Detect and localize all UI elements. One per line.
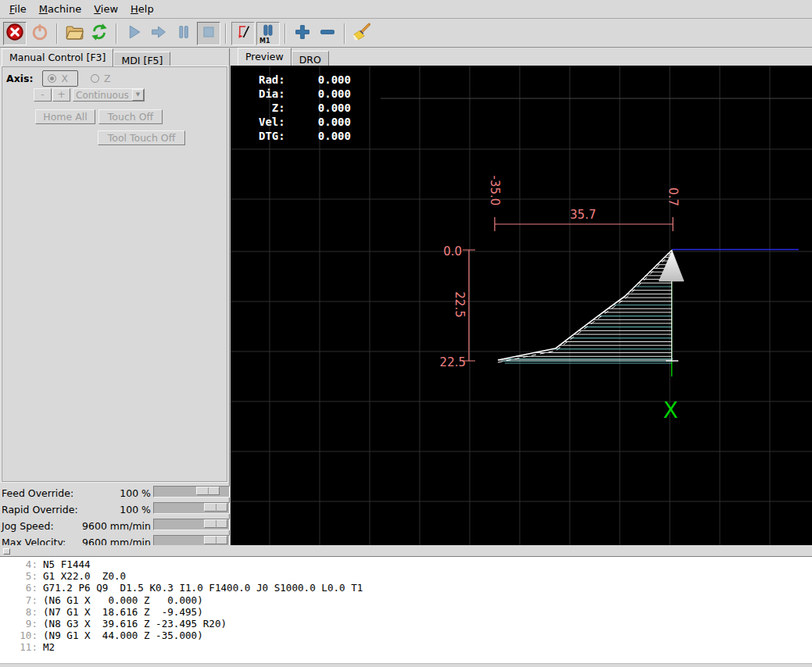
touch-off-button[interactable]: Touch Off (98, 109, 163, 124)
stop-button[interactable] (197, 22, 220, 45)
line-number: 10: (0, 630, 38, 641)
toggle-optional-pause-button[interactable]: M1 (256, 22, 280, 45)
chevron-down-icon[interactable]: ▼ (132, 89, 144, 101)
dimension-labels: 35.7 -35.0 0.7 22.5 0.0 22.5 (440, 176, 680, 369)
line-code: (N8 G3 X 39.616 Z -23.495 R20) (43, 618, 227, 630)
gcode-line[interactable]: 6:G71.2 P6 Q9 D1.5 K0.3 I1.0 F1400.0 J0 … (0, 582, 812, 594)
jog-mode-value: Continuous (73, 90, 132, 101)
gcode-line[interactable]: 11:M2 (0, 641, 812, 653)
slider-handle[interactable] (196, 487, 220, 495)
reload-file-button[interactable] (88, 22, 111, 45)
gcode-listing[interactable]: 4:N5 F1444 5:G1 X22.0 Z0.0 6:G71.2 P6 Q9… (0, 557, 812, 664)
jog-speed-label: Jog Speed: (2, 520, 54, 532)
menu-bar: File Machine View Help (0, 0, 812, 19)
estop-button[interactable] (3, 22, 27, 45)
feed-override-value: 100 % (120, 487, 151, 499)
zoom-out-icon (317, 22, 338, 45)
dro-rad-label: Rad: (259, 73, 285, 87)
brush-icon (352, 22, 372, 45)
slider-handle[interactable] (204, 536, 227, 544)
line-code: (N9 G1 X 44.000 Z -35.000) (43, 630, 203, 641)
radio-icon (48, 74, 56, 83)
slider-handle[interactable] (204, 519, 227, 528)
gcode-line[interactable]: 5:G1 X22.0 Z0.0 (0, 570, 812, 582)
override-sliders: Feed Override: 100 % Rapid Override: 100… (0, 484, 229, 550)
machine-power-button[interactable] (28, 22, 52, 45)
toggle-skip-lines-button[interactable] (231, 22, 255, 45)
line-code: G1 X22.0 Z0.0 (43, 570, 126, 582)
tab-manual-control[interactable]: Manual Control [F3] (2, 48, 113, 66)
toolbar-separator (116, 23, 117, 44)
zoom-out-button[interactable] (316, 22, 339, 45)
roughing-passes-white (499, 254, 671, 360)
dro-vel-value: 0.000 (285, 115, 351, 129)
gcode-line[interactable]: 10:(N9 G1 X 44.000 Z -35.000) (0, 630, 812, 641)
rapid-override-slider[interactable] (153, 502, 230, 514)
dim-bottom: 22.5 (440, 355, 466, 369)
dro-dia-value: 0.000 (285, 87, 351, 101)
run-button[interactable] (122, 22, 145, 45)
tab-mdi[interactable]: MDI [F5] (113, 52, 170, 66)
menu-file[interactable]: File (3, 1, 33, 17)
tab-preview[interactable]: Preview (238, 48, 292, 66)
axis-z-label: Z (104, 73, 111, 84)
line-code: (N7 G1 X 18.616 Z -9.495) (43, 606, 203, 618)
menu-help[interactable]: Help (124, 1, 160, 17)
radio-icon (91, 74, 99, 83)
profile-path-dashed (498, 252, 672, 362)
dim-left: -35.0 (488, 176, 502, 206)
dim-top: 0.0 (443, 244, 462, 259)
menu-machine[interactable]: Machine (33, 1, 88, 17)
jog-speed-row: Jog Speed: 9600 mm/min (0, 517, 229, 533)
gcode-line[interactable]: 9:(N8 G3 X 39.616 Z -23.495 R20) (0, 618, 812, 630)
menu-view[interactable]: View (88, 1, 124, 17)
preview-canvas[interactable]: X 35.7 (231, 66, 812, 545)
jog-plus-button[interactable]: + (52, 88, 70, 102)
pane-divider[interactable] (0, 545, 812, 557)
dim-width: 35.7 (570, 208, 596, 222)
run-icon (123, 22, 144, 45)
gcode-line[interactable]: 4:N5 F1444 (0, 558, 812, 570)
step-icon (148, 22, 169, 45)
rapid-override-value: 100 % (120, 504, 151, 515)
dro-dtg-value: 0.000 (285, 129, 351, 143)
toolbar-separator (225, 23, 227, 44)
axis-x-label: X (61, 73, 68, 84)
line-code: N5 F1444 (43, 558, 91, 570)
jog-mode-combobox[interactable]: Continuous ▼ (73, 88, 145, 102)
jog-minus-button[interactable]: - (34, 88, 52, 102)
open-file-button[interactable] (63, 22, 86, 45)
step-button[interactable] (147, 22, 170, 45)
toolbar-separator (284, 23, 286, 44)
zoom-in-icon (292, 22, 313, 45)
pause-button[interactable] (172, 22, 195, 45)
pane-sash-handle[interactable] (3, 548, 10, 555)
tool-touch-off-button[interactable]: Tool Touch Off (98, 130, 185, 145)
stop-icon (199, 22, 219, 45)
tab-dro[interactable]: DRO (292, 51, 329, 66)
line-number: 7: (0, 594, 38, 606)
gcode-line[interactable]: 7:(N6 G1 X 0.000 Z 0.000) (0, 594, 812, 606)
jog-speed-slider[interactable] (153, 519, 230, 530)
skip-lines-icon (233, 22, 253, 45)
power-icon (30, 22, 50, 45)
line-number: 6: (0, 582, 38, 594)
axis-radio-z[interactable]: Z (91, 73, 111, 84)
dro-z-value: 0.000 (285, 101, 351, 115)
feed-override-slider[interactable] (153, 486, 230, 498)
dro-rad-value: 0.000 (285, 73, 351, 87)
preview-tabs: Preview DRO (232, 48, 812, 66)
clear-plot-button[interactable] (350, 22, 374, 45)
zoom-in-button[interactable] (291, 22, 314, 45)
gcode-line[interactable]: 8:(N7 G1 X 18.616 Z -9.495) (0, 606, 812, 618)
axis-label: Axis: (6, 73, 33, 84)
line-number: 5: (0, 570, 38, 582)
home-all-button[interactable]: Home All (35, 109, 95, 124)
rapid-override-label: Rapid Override: (2, 504, 78, 515)
toolbar-separator (56, 23, 58, 44)
dim-height: 22.5 (453, 291, 467, 317)
axis-radio-x[interactable]: X (42, 70, 78, 87)
line-code: G71.2 P6 Q9 D1.5 K0.3 I1.0 F1400.0 J0 S1… (43, 582, 363, 594)
feed-override-label: Feed Override: (2, 487, 73, 499)
slider-handle[interactable] (204, 503, 227, 512)
